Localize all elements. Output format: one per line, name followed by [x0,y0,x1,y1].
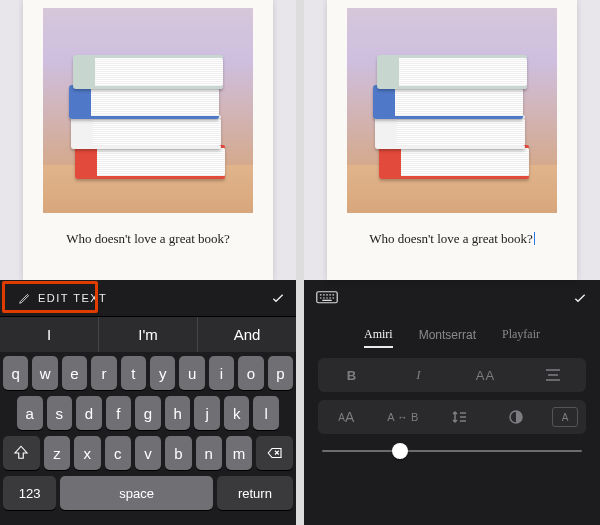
key-t[interactable]: t [121,356,146,390]
confirm-button-right[interactable] [572,290,588,306]
key-h[interactable]: h [165,396,191,430]
italic-button[interactable]: I [385,358,452,392]
slider-thumb[interactable] [392,443,408,459]
font-tabs: Amiri Montserrat Playfair [304,316,600,350]
opacity-icon [509,410,523,424]
key-l[interactable]: l [253,396,279,430]
align-icon [544,368,562,382]
photo-books [43,8,253,213]
key-f[interactable]: f [106,396,132,430]
photo-books-right [347,8,557,213]
opacity-button[interactable] [488,400,545,434]
show-keyboard-button[interactable] [316,290,338,306]
suggestion-2[interactable]: I'm [99,317,198,352]
text-tools-panel: Amiri Montserrat Playfair B I AA AA A ↔ … [304,280,600,525]
edit-text-label: EDIT TEXT [38,292,107,304]
backspace-icon [266,444,284,462]
text-cursor [534,232,535,245]
canvas-right: Who doesn't love a great book? [304,0,600,280]
key-q[interactable]: q [3,356,28,390]
slider[interactable] [304,438,600,462]
key-v[interactable]: v [135,436,161,470]
key-j[interactable]: j [194,396,220,430]
keyboard: q w e r t y u i o p a s d f g h j k l [0,352,296,525]
font-tab-montserrat[interactable]: Montserrat [419,328,476,348]
key-shift[interactable] [3,436,40,470]
key-r[interactable]: r [91,356,116,390]
key-g[interactable]: g [135,396,161,430]
key-o[interactable]: o [238,356,263,390]
key-i[interactable]: i [209,356,234,390]
key-space[interactable]: space [60,476,212,510]
style-row-1: B I AA [318,358,586,392]
key-d[interactable]: d [76,396,102,430]
style-row-2: AA A ↔ B A [318,400,586,434]
document-card-right[interactable]: Who doesn't love a great book? [327,0,577,280]
key-y[interactable]: y [150,356,175,390]
text-box-button[interactable]: A [552,407,578,427]
line-height-button[interactable] [431,400,488,434]
caption-text[interactable]: Who doesn't love a great book? [66,231,230,247]
confirm-button[interactable] [270,290,286,306]
caption-text-right[interactable]: Who doesn't love a great book? [369,231,535,247]
letter-spacing-button[interactable]: A ↔ B [375,400,432,434]
font-size-button[interactable]: AA [318,400,375,434]
book-2 [69,85,219,119]
suggestion-3[interactable]: And [198,317,296,352]
font-tab-playfair[interactable]: Playfair [502,327,540,348]
suggestion-1[interactable]: I [0,317,99,352]
key-c[interactable]: c [105,436,131,470]
document-card[interactable]: Who doesn't love a great book? [23,0,273,280]
right-panel: Who doesn't love a great book? Amiri Mon… [304,0,600,525]
key-p[interactable]: p [268,356,293,390]
font-tab-amiri[interactable]: Amiri [364,327,393,348]
svg-rect-0 [317,292,337,303]
bold-button[interactable]: B [318,358,385,392]
book-1 [73,55,223,89]
line-height-icon [451,409,467,425]
key-a[interactable]: a [17,396,43,430]
canvas: Who doesn't love a great book? [0,0,296,280]
book-3 [71,115,221,149]
key-return[interactable]: return [217,476,293,510]
uppercase-button[interactable]: AA [452,358,519,392]
key-e[interactable]: e [62,356,87,390]
key-k[interactable]: k [224,396,250,430]
suggestion-row: I I'm And [0,316,296,352]
key-backspace[interactable] [256,436,293,470]
shift-icon [12,444,30,462]
keyboard-panel: EDIT TEXT I I'm And q w e r t y u i o p [0,280,296,525]
slider-track [322,450,582,452]
align-button[interactable] [519,358,586,392]
left-panel: Who doesn't love a great book? EDIT TEXT… [0,0,296,525]
key-numbers[interactable]: 123 [3,476,56,510]
key-z[interactable]: z [44,436,70,470]
key-m[interactable]: m [226,436,252,470]
pencil-icon [18,291,32,305]
edit-bar: EDIT TEXT [0,280,296,316]
edit-text-button[interactable]: EDIT TEXT [10,287,115,309]
key-u[interactable]: u [179,356,204,390]
tool-bar [304,280,600,316]
key-x[interactable]: x [74,436,100,470]
key-n[interactable]: n [196,436,222,470]
key-s[interactable]: s [47,396,73,430]
book-4 [75,145,225,179]
key-w[interactable]: w [32,356,57,390]
key-b[interactable]: b [165,436,191,470]
